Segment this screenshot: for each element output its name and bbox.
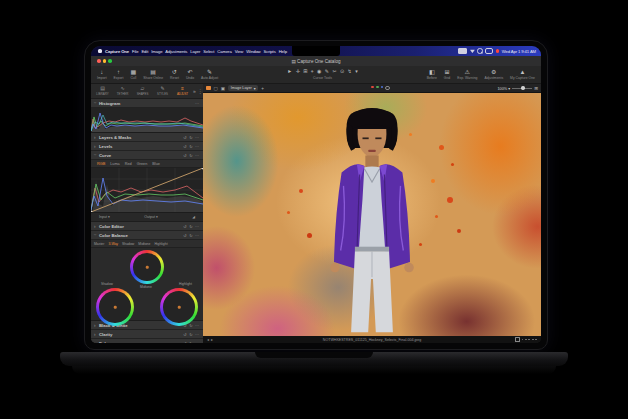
- share-online-button[interactable]: ▤ Share Online: [143, 69, 163, 80]
- more-icon[interactable]: ⋯: [195, 135, 200, 140]
- redo-icon[interactable]: ↻: [189, 233, 193, 238]
- more-icon[interactable]: ⋯: [195, 233, 200, 238]
- undo-icon[interactable]: ↺: [183, 224, 187, 229]
- redo-icon[interactable]: ↻: [189, 341, 193, 344]
- more-icon[interactable]: ⋯: [195, 341, 200, 344]
- section-header-histogram[interactable]: › Histogram ⋯: [91, 99, 203, 108]
- undo-icon[interactable]: ↺: [183, 135, 187, 140]
- search-icon[interactable]: [477, 48, 482, 53]
- cull-button[interactable]: ▦ Cull: [130, 69, 136, 80]
- color-tag-none[interactable]: [385, 86, 390, 91]
- more-icon[interactable]: ⋯: [195, 153, 200, 158]
- undo-icon[interactable]: ↺: [183, 144, 187, 149]
- tab-shapes[interactable]: ▱ SHAPES: [133, 86, 152, 96]
- battery-icon[interactable]: [458, 48, 467, 53]
- zoom-level-dropdown[interactable]: 100% ▾: [497, 86, 510, 91]
- draw-mask-tool-icon[interactable]: ✎: [325, 69, 329, 74]
- menu-item-app[interactable]: Capture One: [105, 49, 129, 54]
- menu-item-select[interactable]: Select: [203, 49, 214, 54]
- redo-icon[interactable]: ↻: [189, 135, 193, 140]
- tool-overflow-caret-icon[interactable]: ▾: [355, 69, 358, 74]
- viewer-grid-icon[interactable]: ⊞: [534, 86, 538, 91]
- cb-tab-3way[interactable]: 3-Way: [108, 242, 118, 246]
- section-header-dehaze[interactable]: › Dehaze ↺ ↻ ⋯: [91, 339, 203, 343]
- erase-mask-tool-icon[interactable]: ✂: [332, 69, 336, 74]
- export-button[interactable]: ↑ Export: [114, 69, 124, 80]
- menu-item-image[interactable]: Image: [151, 49, 162, 54]
- curve-tab-red[interactable]: Red: [125, 162, 132, 166]
- curve-tab-blue[interactable]: Blue: [152, 162, 160, 166]
- grid-button[interactable]: ⊞ Grid: [444, 69, 450, 80]
- layer-select[interactable]: Image Layer ▾: [228, 85, 258, 91]
- highlight-wheel[interactable]: [160, 288, 198, 326]
- more-icon[interactable]: ⋯: [195, 332, 200, 337]
- undo-icon[interactable]: ↺: [183, 332, 187, 337]
- undo-icon[interactable]: ↺: [183, 233, 187, 238]
- redo-icon[interactable]: ↻: [189, 323, 193, 328]
- control-center-icon[interactable]: [485, 48, 493, 54]
- color-tag-red[interactable]: [371, 86, 374, 89]
- color-tag-blue[interactable]: [381, 86, 384, 89]
- midtone-wheel-top[interactable]: [130, 250, 164, 284]
- tab-styles[interactable]: ✎ STYLES: [153, 86, 172, 96]
- color-tag-green[interactable]: [376, 86, 379, 89]
- reset-button[interactable]: ↺ Reset: [170, 69, 179, 80]
- curve-picker-icon[interactable]: ◢: [192, 215, 195, 219]
- shadow-wheel[interactable]: [96, 288, 134, 326]
- auto-adjust-button[interactable]: ✎ Auto Adjust: [201, 69, 218, 80]
- crop-tool-icon[interactable]: ⊞: [303, 69, 307, 74]
- redo-icon[interactable]: ↻: [189, 224, 193, 229]
- section-header-levels[interactable]: › Levels ↺ ↻ ⋯: [91, 142, 203, 151]
- undo-button[interactable]: ↶ Undo: [186, 69, 194, 80]
- section-header-clarity[interactable]: › Clarity ↺ ↻ ⋯: [91, 330, 203, 339]
- curve-tab-luma[interactable]: Luma: [110, 162, 120, 166]
- section-header-color-editor[interactable]: › Color Editor ↺ ↻ ⋯: [91, 222, 203, 231]
- keystone-tool-icon[interactable]: ⌖: [311, 69, 314, 74]
- primary-view-icon[interactable]: ▣: [221, 86, 225, 91]
- curve-tab-rgb[interactable]: RGB: [97, 162, 105, 166]
- cb-tab-master[interactable]: Master: [94, 242, 104, 246]
- tab-tether[interactable]: ∿ TETHER: [113, 86, 132, 96]
- menu-item-camera[interactable]: Camera: [217, 49, 231, 54]
- pan-tool-icon[interactable]: ✛: [296, 69, 300, 74]
- photo-canvas[interactable]: [203, 93, 541, 336]
- curve-output-dropdown[interactable]: Output ▾: [144, 215, 158, 219]
- menu-item-help[interactable]: Help: [279, 49, 287, 54]
- apple-logo-icon[interactable]: [98, 49, 102, 54]
- menu-item-layer[interactable]: Layer: [190, 49, 200, 54]
- curve-input-dropdown[interactable]: Input ▾: [99, 215, 110, 219]
- redo-icon[interactable]: ↻: [189, 144, 193, 149]
- zoom-slider[interactable]: [512, 88, 532, 89]
- menu-item-file[interactable]: File: [132, 49, 138, 54]
- proof-margin-icon[interactable]: [206, 86, 211, 91]
- section-header-curve[interactable]: › Curve ↺ ↻ ⋯: [91, 151, 203, 160]
- rating-control[interactable]: [515, 337, 537, 342]
- my-capture-one-button[interactable]: ▲ My Capture One: [510, 69, 535, 80]
- spot-tool-icon[interactable]: ◉: [317, 69, 321, 74]
- pick-color-tool-icon[interactable]: ⊙: [340, 69, 344, 74]
- section-header-layers[interactable]: › Layers & Masks ↺ ↻ ⋯: [91, 133, 203, 142]
- cb-tab-shadow[interactable]: Shadow: [122, 242, 134, 246]
- pointer-tool-icon[interactable]: ►: [287, 69, 292, 74]
- tab-adjust[interactable]: ≡ ADJUST: [173, 86, 192, 96]
- redo-icon[interactable]: ↻: [189, 153, 193, 158]
- more-icon[interactable]: ⋯: [195, 224, 200, 229]
- menu-item-window[interactable]: Window: [246, 49, 260, 54]
- tab-overflow-icon[interactable]: »: [193, 88, 196, 94]
- wifi-icon[interactable]: [470, 49, 475, 53]
- multi-view-icon[interactable]: ▢: [214, 86, 218, 91]
- more-icon[interactable]: ⋯: [195, 101, 200, 106]
- curve-chart[interactable]: [91, 168, 203, 213]
- add-layer-button[interactable]: +: [261, 86, 264, 91]
- menu-clock[interactable]: Wed Apr 1 9:41 AM: [502, 49, 536, 54]
- menu-item-scripts[interactable]: Scripts: [264, 49, 276, 54]
- cb-tab-highlight[interactable]: Highlight: [154, 242, 167, 246]
- more-icon[interactable]: ⋯: [195, 323, 200, 328]
- undo-icon[interactable]: ↺: [183, 341, 187, 344]
- cb-tab-midtone[interactable]: Midtone: [138, 242, 150, 246]
- straighten-tool-icon[interactable]: ↯: [348, 69, 352, 74]
- redo-icon[interactable]: ↻: [189, 332, 193, 337]
- prev-image-button[interactable]: ◂: [207, 337, 209, 342]
- menu-item-view[interactable]: View: [235, 49, 244, 54]
- menu-item-adjustments[interactable]: Adjustments: [165, 49, 187, 54]
